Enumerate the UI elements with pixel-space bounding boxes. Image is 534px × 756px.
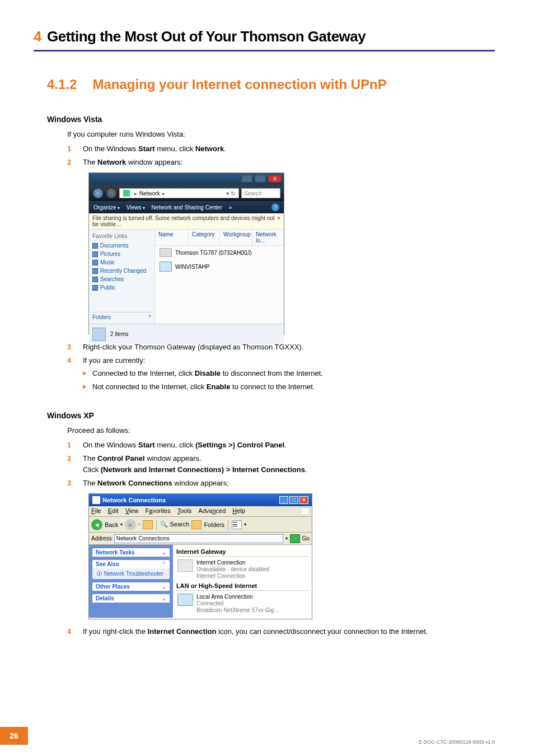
step-number: 4 (67, 355, 73, 394)
connection-name: Internet Connection (196, 559, 269, 566)
t: Enable (207, 382, 231, 391)
menu-advanced[interactable]: Advanced (198, 507, 226, 515)
t: Control Panel (97, 454, 145, 463)
folders-button[interactable] (191, 520, 202, 529)
sidebar-link-music[interactable]: Music (92, 258, 151, 267)
collapse-icon[interactable]: ⌄ (162, 584, 166, 590)
t: WINVISTAHP (175, 264, 209, 270)
recent-icon (92, 268, 98, 274)
sidebar-link-pictures[interactable]: Pictures (92, 250, 151, 258)
collapse-icon[interactable]: ⌄ (162, 549, 166, 556)
panel-details[interactable]: Details (96, 595, 114, 601)
category-lan: LAN or High-Speed Internet (176, 581, 308, 591)
t: Disable (195, 369, 221, 377)
gateway-icon (160, 248, 172, 257)
info-banner[interactable]: File sharing is turned off. Some network… (92, 215, 277, 227)
breadcrumb[interactable]: ▸ Network ▸ ▾ ↻ (119, 188, 239, 198)
public-icon (92, 285, 98, 291)
t: Connected to the Internet, click (92, 369, 195, 377)
maximize-button[interactable]: □ (289, 496, 298, 504)
connection-lan[interactable]: Local Area Connection Connected Broadcom… (176, 592, 308, 615)
crumb-sep: ▸ (134, 190, 137, 197)
connection-name: Local Area Connection (196, 594, 279, 600)
document-id: E-DOC-CTC-20080118-0003 v1.0 (419, 739, 495, 745)
t: If you right-click the (83, 627, 148, 636)
chevron-up-icon[interactable]: ^ (148, 314, 151, 320)
more-button[interactable]: » (229, 204, 232, 211)
panel-see-also[interactable]: See Also (96, 561, 119, 567)
close-button[interactable]: X (268, 175, 282, 183)
col-name[interactable]: Name (155, 230, 189, 245)
t: menu, click (155, 441, 195, 449)
up-button[interactable] (143, 520, 153, 529)
step-text: The Network Connections window appears; (83, 478, 495, 489)
menu-view[interactable]: View (125, 507, 139, 515)
step-number: 1 (67, 440, 73, 451)
t: Music (100, 259, 115, 265)
close-button[interactable]: × (299, 496, 308, 504)
connection-internet[interactable]: Internet Connection Unavailable - device… (176, 558, 308, 581)
step-text: If you right-click the Internet Connecti… (83, 626, 495, 637)
t: (Network and Internet Connections) > Int… (101, 465, 305, 474)
bullet-icon: ▶ (83, 381, 87, 393)
sidebar-link-public[interactable]: Public (92, 283, 151, 292)
menu-file[interactable]: File (91, 507, 101, 515)
t: Searches (100, 276, 124, 282)
help-icon[interactable]: ? (271, 203, 279, 211)
panel-other-places[interactable]: Other Places (96, 584, 130, 590)
back-button[interactable] (92, 188, 104, 199)
xp-heading: Windows XP (47, 411, 495, 420)
link-troubleshooter[interactable]: 🛈 Network Troubleshooter (97, 571, 163, 577)
view-mode-button[interactable]: ☰ (232, 520, 242, 529)
maximize-button[interactable] (255, 175, 266, 183)
substep-text: Not connected to the Internet, click Ena… (92, 381, 315, 393)
menu-tools[interactable]: Tools (177, 507, 192, 515)
page-number: 26 (0, 727, 28, 745)
go-button[interactable]: → (290, 534, 300, 543)
minimize-button[interactable] (241, 175, 252, 183)
col-workgroup[interactable]: Workgroup (220, 230, 252, 245)
collapse-icon[interactable]: ⌃ (162, 561, 166, 567)
step-number: 2 (67, 157, 73, 168)
back-button[interactable]: ◄ (91, 519, 102, 530)
t: Click (83, 465, 101, 474)
t: Public (100, 284, 115, 291)
menu-edit[interactable]: Edit (108, 507, 119, 515)
sharing-center-button[interactable]: Network and Sharing Center (152, 204, 222, 211)
folders-toggle[interactable]: Folders (92, 314, 111, 320)
col-network[interactable]: Network lo... (252, 230, 284, 245)
substep-text: Connected to the Internet, click Disable… (92, 368, 323, 379)
connection-icon (177, 594, 193, 606)
section-number: 4.1.2 (47, 77, 77, 92)
banner-close[interactable]: × (277, 215, 280, 227)
crumb-sep: ▸ (162, 190, 165, 197)
search-input[interactable]: Search (241, 188, 280, 198)
sidebar-link-documents[interactable]: Documents (92, 241, 151, 250)
music-icon (92, 260, 98, 265)
network-item-pc[interactable]: WINVISTAHP (155, 259, 284, 274)
connection-status: Connected (196, 600, 279, 607)
status-text: 2 items (110, 331, 128, 337)
forward-button[interactable]: ► (125, 519, 136, 530)
chapter-number: 4 (34, 28, 41, 45)
menu-help[interactable]: Help (232, 507, 245, 515)
search-button[interactable]: 🔍 Search (160, 521, 189, 528)
organize-menu[interactable]: Organize (93, 204, 120, 211)
collapse-icon[interactable]: ⌄ (162, 595, 166, 601)
t: Search (170, 521, 190, 528)
vista-intro: If you computer runs Windows Vista: (67, 129, 495, 140)
network-item-gateway[interactable]: Thomson TG787 (0732AH00J) (155, 246, 284, 259)
titlebar: X (89, 173, 284, 185)
sidebar-link-searches[interactable]: Searches (92, 275, 151, 283)
forward-button[interactable] (106, 188, 117, 199)
panel-network-tasks[interactable]: Network Tasks (96, 549, 135, 556)
section-title: Managing your Internet connection with U… (92, 77, 386, 92)
address-input[interactable] (114, 534, 283, 543)
step-text: On the Windows Start menu, click Network… (83, 143, 495, 155)
menu-favorites[interactable]: Favorites (145, 507, 170, 515)
step-text: On the Windows Start menu, click (Settin… (83, 440, 495, 451)
minimize-button[interactable]: _ (279, 496, 288, 504)
col-category[interactable]: Category (189, 230, 220, 245)
views-menu[interactable]: Views (127, 204, 145, 211)
sidebar-link-recent[interactable]: Recently Changed (92, 267, 151, 275)
